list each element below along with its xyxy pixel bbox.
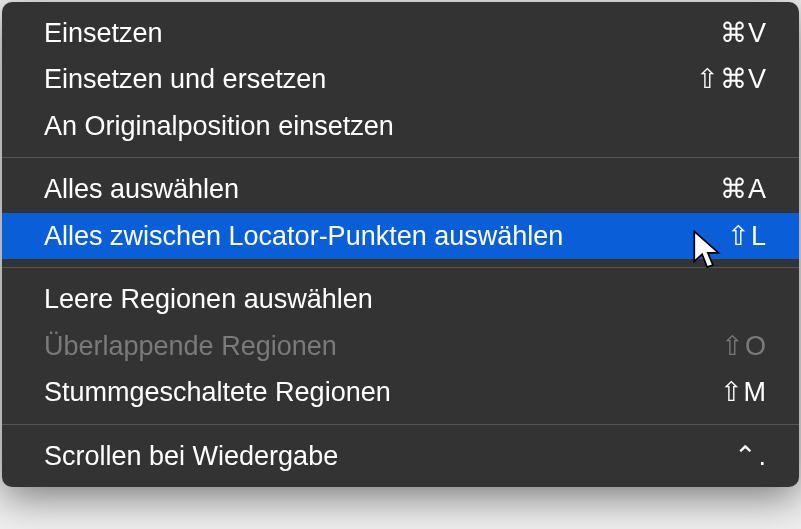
menu-item-overlapping-regions: Überlappende Regionen ⇧O <box>2 323 799 369</box>
menu-item-shortcut: ⌘V <box>720 15 767 51</box>
menu-item-label: Stummgeschaltete Regionen <box>44 374 700 410</box>
menu-item-scroll-on-playback[interactable]: Scrollen bei Wiedergabe ⌃. <box>2 433 799 479</box>
menu-item-shortcut: ⇧⌘V <box>696 61 767 97</box>
menu-item-select-between-locators[interactable]: Alles zwischen Locator-Punkten auswählen… <box>2 213 799 259</box>
menu-item-muted-regions[interactable]: Stummgeschaltete Regionen ⇧M <box>2 369 799 415</box>
context-menu: Einsetzen ⌘V Einsetzen und ersetzen ⇧⌘V … <box>2 2 799 487</box>
menu-separator <box>2 157 799 158</box>
menu-item-label: Alles auswählen <box>44 171 700 207</box>
menu-item-paste-original-position[interactable]: An Originalposition einsetzen <box>2 103 799 149</box>
menu-item-label: Scrollen bei Wiedergabe <box>44 438 714 474</box>
menu-item-label: Einsetzen und ersetzen <box>44 61 676 97</box>
menu-separator <box>2 267 799 268</box>
menu-item-paste-replace[interactable]: Einsetzen und ersetzen ⇧⌘V <box>2 56 799 102</box>
menu-item-label: Leere Regionen auswählen <box>44 281 747 317</box>
menu-item-select-all[interactable]: Alles auswählen ⌘A <box>2 166 799 212</box>
menu-item-label: Überlappende Regionen <box>44 328 701 364</box>
menu-item-shortcut: ⇧L <box>727 218 767 254</box>
menu-item-label: Einsetzen <box>44 15 700 51</box>
menu-item-select-empty-regions[interactable]: Leere Regionen auswählen <box>2 276 799 322</box>
menu-separator <box>2 424 799 425</box>
menu-item-shortcut: ⇧M <box>720 374 768 410</box>
menu-item-shortcut: ⇧O <box>721 328 767 364</box>
menu-item-shortcut: ⌃. <box>734 438 767 474</box>
menu-item-shortcut: ⌘A <box>720 171 767 207</box>
menu-item-paste[interactable]: Einsetzen ⌘V <box>2 10 799 56</box>
menu-item-label: An Originalposition einsetzen <box>44 108 747 144</box>
menu-item-label: Alles zwischen Locator-Punkten auswählen <box>44 218 707 254</box>
